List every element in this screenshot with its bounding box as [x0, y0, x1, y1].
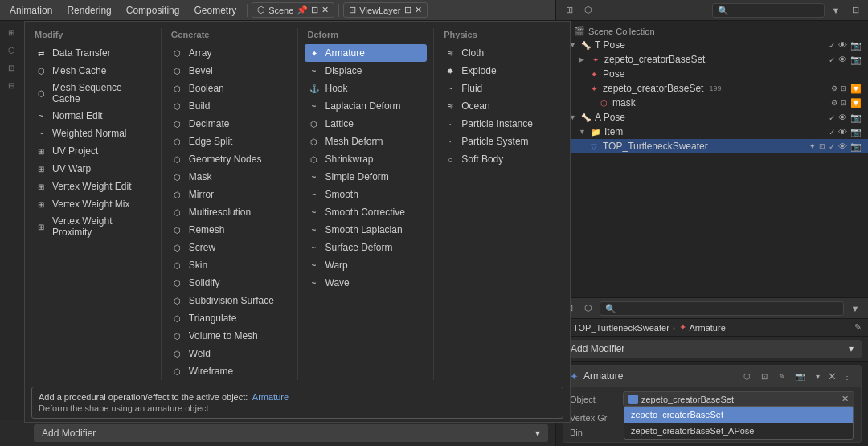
mod-geometry-nodes[interactable]: ⬡ Geometry Nodes: [168, 150, 291, 168]
tree-item-apose[interactable]: ▼ 🦴 A Pose ✓ 👁 📷: [556, 110, 868, 125]
side-icon-4[interactable]: ⊟: [3, 77, 19, 93]
mask-icon-2[interactable]: ⊡: [841, 99, 847, 107]
tree-item-tpose[interactable]: ▼ 🦴 T Pose ✓ 👁 📷: [556, 38, 868, 52]
props-dropdown-icon[interactable]: ▼: [847, 301, 863, 317]
mod-camera-icon[interactable]: 📷: [792, 369, 807, 383]
mod-smooth[interactable]: ~ Smooth: [305, 186, 428, 203]
side-icon-3[interactable]: ⊡: [3, 59, 19, 76]
mod-mask[interactable]: ⬡ Mask: [168, 168, 291, 186]
rtb-outliner-icon[interactable]: ⊞: [561, 2, 577, 18]
mod-smooth-corrective[interactable]: ~ Smooth Corrective: [305, 203, 428, 221]
mod-explode[interactable]: ✸ Explode: [440, 62, 563, 80]
mod-wave[interactable]: ~ Wave: [305, 274, 428, 292]
zepeto1-eye-icon[interactable]: 👁: [838, 55, 847, 64]
viewlayer-selector[interactable]: ⊡ ViewLayer ⊡ ✕: [343, 2, 427, 18]
tree-item-zepeto1[interactable]: ▶ ✦ zepeto_creatorBaseSet ✓ 👁 📷: [556, 52, 868, 67]
turtleneck-check-icon[interactable]: ✓: [829, 142, 835, 151]
zepeto1-camera-icon[interactable]: 📷: [850, 55, 862, 65]
apose-camera-icon[interactable]: 📷: [850, 113, 862, 123]
side-icon-1[interactable]: ⊞: [3, 24, 19, 40]
mod-hook[interactable]: ⚓ Hook: [305, 80, 428, 97]
mod-soft-body[interactable]: ○ Soft Body: [440, 150, 563, 168]
mod-uv-project[interactable]: ⊞ UV Project: [31, 142, 154, 160]
mod-subdivision-surface[interactable]: ⬡ Subdivision Surface: [168, 292, 291, 309]
mod-fluid[interactable]: ~ Fluid: [440, 80, 563, 97]
mod-viewport-icon[interactable]: ⊡: [757, 369, 772, 383]
mesh-icon-2[interactable]: ⊡: [841, 84, 847, 92]
mesh-icon-1[interactable]: ⚙: [831, 84, 837, 92]
zepeto1-check-icon[interactable]: ✓: [829, 55, 835, 64]
tpose-check-icon[interactable]: ✓: [829, 41, 835, 50]
mod-array[interactable]: ⬡ Array: [168, 44, 291, 62]
mod-more-icon[interactable]: ▾: [810, 369, 825, 383]
mod-weighted-normal[interactable]: ~ Weighted Normal: [31, 125, 154, 142]
mod-particle-system[interactable]: · Particle System: [440, 133, 563, 150]
mod-uv-warp[interactable]: ⊞ UV Warp: [31, 160, 154, 178]
mod-build[interactable]: ⬡ Build: [168, 97, 291, 115]
mod-screw[interactable]: ⬡ Screw: [168, 239, 291, 256]
mod-triangulate[interactable]: ⬡ Triangulate: [168, 309, 291, 327]
mod-edit-icon[interactable]: ✎: [775, 369, 789, 383]
mod-multiresolution[interactable]: ⬡ Multiresolution: [168, 203, 291, 221]
dropdown-item-2[interactable]: zepeto_creatorBaseSet_APose: [624, 423, 853, 439]
mod-data-transfer[interactable]: ⇄ Data Transfer: [31, 44, 154, 62]
mod-ocean[interactable]: ≋ Ocean: [440, 97, 563, 115]
mask-icon-3[interactable]: 🔽: [850, 98, 862, 108]
mod-mesh-cache[interactable]: ⬡ Mesh Cache: [31, 62, 154, 80]
rtb-filter-icon[interactable]: ▼: [828, 2, 844, 18]
rtb-settings-icon[interactable]: ⊡: [847, 2, 863, 18]
tree-item-pose[interactable]: ✦ Pose: [556, 67, 868, 81]
tree-item-item[interactable]: ▼ 📁 Item ✓ 👁 📷: [556, 125, 868, 139]
mod-decimate[interactable]: ⬡ Decimate: [168, 115, 291, 133]
object-field-value[interactable]: zepeto_creatorBaseSet ✕ zepeto_creatorBa…: [623, 391, 854, 407]
mod-mesh-seq-cache[interactable]: ⬡ Mesh Sequence Cache: [31, 80, 154, 107]
item-check-icon[interactable]: ✓: [829, 128, 835, 137]
props-search-input[interactable]: [600, 301, 844, 316]
mod-cloth[interactable]: ≋ Cloth: [440, 44, 563, 62]
mod-boolean[interactable]: ⬡ Boolean: [168, 80, 291, 97]
mod-volume-to-mesh[interactable]: ⬡ Volume to Mesh: [168, 327, 291, 345]
turtleneck-eye-icon[interactable]: 👁: [838, 141, 847, 151]
menu-rendering[interactable]: Rendering: [60, 2, 117, 18]
tree-item-turtleneck[interactable]: ▽ TOP_TurtleneckSweater ✦ ⊡ ✓ 👁 📷: [556, 139, 868, 153]
mod-warp[interactable]: ~ Warp: [305, 256, 428, 274]
add-modifier-button[interactable]: Add Modifier ▾: [34, 424, 548, 442]
mesh-icon-3[interactable]: 🔽: [850, 84, 862, 94]
side-icon-2[interactable]: ⬡: [3, 42, 19, 58]
mod-weld[interactable]: ⬡ Weld: [168, 345, 291, 362]
mod-armature[interactable]: ✦ Armature: [305, 44, 428, 62]
mod-bevel[interactable]: ⬡ Bevel: [168, 62, 291, 80]
item-eye-icon[interactable]: 👁: [838, 127, 847, 137]
rtb-display-icon[interactable]: ⬡: [580, 2, 596, 18]
mod-solidify[interactable]: ⬡ Solidify: [168, 274, 291, 292]
item-camera-icon[interactable]: 📷: [850, 127, 862, 137]
turtleneck-icon-2[interactable]: ⊡: [819, 142, 825, 150]
mod-vertex-weight-edit[interactable]: ⊞ Vertex Weight Edit: [31, 178, 154, 195]
outliner-search-input[interactable]: [712, 3, 825, 18]
breadcrumb-item1[interactable]: TOP_TurtleneckSweater: [573, 323, 669, 333]
mod-simple-deform[interactable]: ~ Simple Deform: [305, 168, 428, 186]
mod-smooth-laplacian[interactable]: ~ Smooth Laplacian: [305, 221, 428, 239]
mod-card-close-button[interactable]: ✕: [828, 370, 837, 383]
dropdown-item-1[interactable]: zepeto_creatorBaseSet: [624, 407, 853, 423]
mod-displace[interactable]: ~ Displace: [305, 62, 428, 80]
mod-render-icon[interactable]: ⬡: [739, 369, 754, 383]
tree-item-mask[interactable]: ⬡ mask ⚙ ⊡ 🔽: [556, 96, 868, 110]
mod-edge-split[interactable]: ⬡ Edge Split: [168, 133, 291, 150]
mod-mesh-deform[interactable]: ⬡ Mesh Deform: [305, 133, 428, 150]
tpose-camera-icon[interactable]: 📷: [850, 40, 862, 51]
menu-compositing[interactable]: Compositing: [120, 2, 186, 18]
tpose-eye-icon[interactable]: 👁: [838, 40, 847, 50]
mod-remesh[interactable]: ⬡ Remesh: [168, 221, 291, 239]
props-icon-2[interactable]: ⬡: [580, 301, 596, 317]
mod-particle-instance[interactable]: · Particle Instance: [440, 115, 563, 133]
breadcrumb-item2[interactable]: Armature: [690, 323, 726, 333]
turtleneck-icon-1[interactable]: ✦: [809, 142, 816, 150]
mod-lattice[interactable]: ⬡ Lattice: [305, 115, 428, 133]
mod-vertex-weight-mix[interactable]: ⊞ Vertex Weight Mix: [31, 195, 154, 213]
mod-skin[interactable]: ⬡ Skin: [168, 256, 291, 274]
menu-animation[interactable]: Animation: [3, 2, 59, 18]
menu-geometry[interactable]: Geometry: [187, 2, 243, 18]
mod-vertex-weight-proximity[interactable]: ⊞ Vertex Weight Proximity: [31, 213, 154, 240]
mask-icon-1[interactable]: ⚙: [831, 99, 837, 107]
